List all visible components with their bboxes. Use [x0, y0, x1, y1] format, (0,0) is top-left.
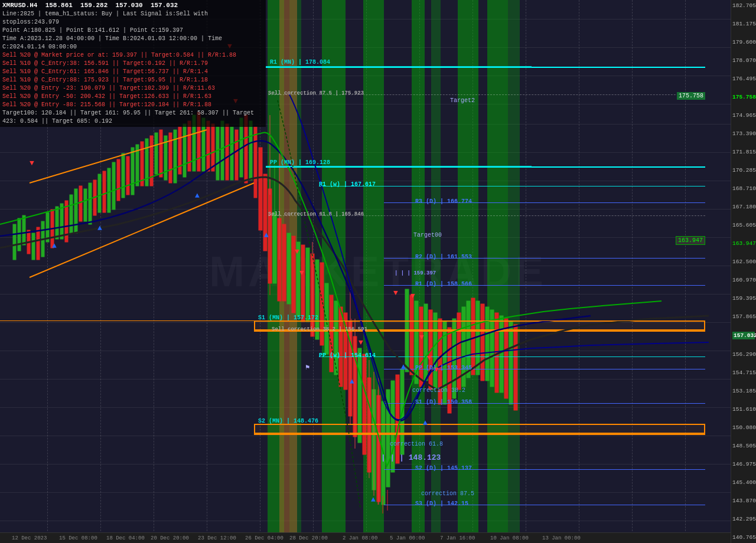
r2-d-label: R2 (D) | 161.553: [415, 254, 472, 260]
svg-rect-30: [155, 133, 158, 174]
svg-rect-13: [74, 189, 77, 233]
price-143: 143.870: [732, 498, 755, 504]
price-current: 157.032: [732, 332, 755, 339]
target-148-label: | | | 148.123: [381, 453, 441, 462]
pp-w-label: PP (w) | 154.614: [319, 352, 376, 359]
price-153: 153.185: [732, 388, 755, 394]
svg-rect-16: [89, 183, 92, 224]
price-173: 173.390: [732, 130, 755, 137]
target-159-label: | | | 159.397: [395, 270, 436, 276]
svg-rect-33: [169, 133, 172, 183]
svg-rect-26: [136, 145, 139, 186]
svg-text:▼: ▼: [359, 338, 363, 347]
time-label-9: 5 Jan 00:00: [390, 535, 425, 541]
svg-rect-8: [51, 210, 54, 248]
r3-d-label: R3 (D) | 166.774: [415, 198, 472, 205]
svg-rect-15: [84, 189, 87, 221]
svg-rect-19: [103, 171, 106, 212]
svg-rect-53: [263, 174, 267, 251]
svg-rect-50: [249, 121, 252, 180]
svg-text:▲: ▲: [52, 241, 57, 250]
svg-rect-28: [145, 139, 148, 186]
green-zone-9: [508, 0, 520, 532]
green-zone-3: [363, 0, 384, 532]
r1-mn-label: R1 (MN) | 178.084: [270, 59, 330, 66]
correction-875-label: correction 87.5: [421, 490, 474, 497]
svg-rect-17: [93, 180, 96, 215]
green-zone-8: [487, 0, 508, 532]
svg-rect-22: [117, 159, 120, 201]
svg-text:▲: ▲: [97, 224, 102, 233]
price-162: 162.500: [732, 259, 755, 265]
grid-v: [526, 0, 526, 543]
svg-line-126: [30, 130, 207, 183]
price-159: 159.395: [732, 295, 755, 302]
target-price-tag: 175.758: [677, 92, 705, 100]
svg-rect-71: [348, 322, 352, 416]
price-151: 151.610: [732, 406, 755, 413]
svg-rect-81: [396, 375, 399, 463]
price-171: 171.815: [732, 149, 755, 155]
svg-rect-29: [150, 136, 153, 186]
time-label-10: 7 Jan 16:00: [440, 535, 475, 541]
s2-mn-box: [254, 424, 705, 434]
svg-rect-52: [259, 148, 262, 230]
chart-area: XMRUSD.H4 158.861 159.282 157.030 157.03…: [0, 0, 731, 543]
brown-zone: [279, 0, 297, 532]
svg-rect-72: [353, 336, 357, 437]
price-145: 145.400: [732, 479, 755, 486]
svg-rect-31: [159, 130, 162, 177]
svg-text:▼: ▼: [30, 159, 34, 168]
svg-rect-23: [122, 153, 125, 198]
pp-d-label: PP (D) | 153.345: [415, 365, 472, 371]
price-160: 160.970: [732, 277, 755, 283]
info-line-9: Sell %20 @ Entry -50: 200.432 || Target:…: [2, 93, 263, 101]
r1-w-line: [319, 186, 705, 187]
price-182: 182.705: [732, 2, 755, 9]
info-line-6: Sell %10 @ C_Entry:61: 165.846 || Target…: [2, 68, 263, 76]
svg-rect-62: [306, 248, 309, 322]
price-146: 146.975: [732, 461, 755, 467]
time-label-1: 12 Dec 2023: [12, 535, 47, 541]
svg-text:▲: ▲: [401, 362, 406, 371]
svg-rect-47: [235, 130, 238, 180]
pp-mn-label: PP (MN) | 169.128: [270, 159, 330, 166]
price-scale: 182.705 181.175 179.600 178.070 176.495 …: [731, 0, 756, 543]
svg-rect-21: [112, 162, 115, 210]
price-175: 175.758: [732, 94, 755, 100]
green-zone-7: [458, 0, 478, 532]
svg-rect-36: [183, 124, 186, 177]
price-157: 157.865: [732, 313, 755, 320]
price-156: 156.290: [732, 351, 755, 358]
price-179: 179.600: [732, 39, 755, 45]
svg-text:⚑: ⚑: [305, 364, 309, 372]
info-line-10: Sell %20 @ Entry -88: 215.568 || Target:…: [2, 101, 263, 109]
info-line-3: Time A:2023.12.28 04:00:00 | Time B:2024…: [2, 35, 263, 51]
info-line-4: Sell %20 @ Market price or at: 159.397 |…: [2, 51, 263, 60]
info-line-11: Target100: 120.184 || Target 161: 95.95 …: [2, 109, 263, 126]
svg-rect-11: [65, 201, 68, 242]
svg-rect-3: [27, 230, 30, 254]
svg-rect-42: [211, 124, 214, 171]
svg-rect-43: [216, 127, 219, 180]
r1-d-label: R1 (D) | 158.566: [415, 281, 472, 287]
time-label-7: 28 Dec 20:00: [289, 535, 328, 541]
sell-correction-875-label: Sell correction 87.5 | 175.923: [268, 90, 364, 96]
svg-rect-27: [141, 142, 144, 186]
chart-container: MARKETRADE XMRUSD.H4 158.861 159.282 157…: [0, 0, 756, 543]
green-zone-2: [322, 0, 346, 532]
price-164: 163.947: [732, 240, 755, 247]
svg-rect-20: [107, 168, 110, 212]
correction-618-label: correction 61.8: [390, 441, 443, 447]
svg-rect-12: [70, 195, 73, 233]
time-label-12: 13 Jan 00:00: [542, 535, 581, 541]
pp-w-line: [319, 356, 705, 357]
svg-line-125: [30, 183, 254, 277]
svg-rect-14: [79, 186, 82, 221]
svg-rect-79: [386, 390, 390, 487]
svg-rect-2: [22, 215, 25, 245]
r1-mn-line: [266, 67, 705, 68]
green-zone-6: [431, 0, 441, 532]
svg-text:▼: ▼: [393, 289, 398, 297]
price-140: 140.765: [732, 534, 755, 541]
